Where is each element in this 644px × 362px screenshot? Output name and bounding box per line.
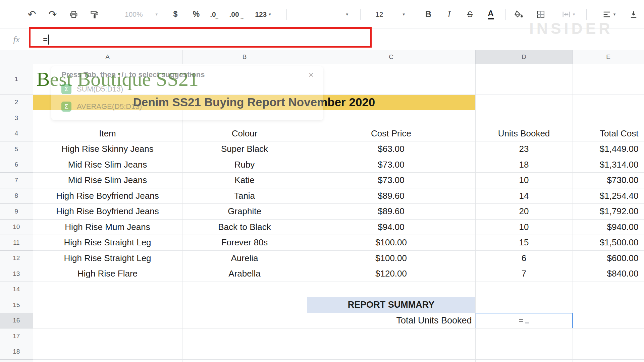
cell-B7[interactable]: Katie (182, 173, 307, 188)
cell-B16[interactable] (182, 313, 307, 328)
cell-D7[interactable]: 10 (475, 173, 573, 188)
cell-E10[interactable]: $940.00 (573, 219, 644, 235)
cell-D9[interactable]: 20 (475, 204, 573, 220)
redo-button[interactable]: ↷ (45, 5, 61, 24)
cell-E13[interactable]: $840.00 (573, 266, 644, 282)
font-size-select[interactable]: 12 ▾ (370, 5, 410, 24)
cell-A7[interactable]: Mid Rise Slim Jeans (33, 173, 182, 188)
column-header-d[interactable]: D (475, 50, 573, 64)
cell-B17[interactable] (182, 328, 307, 344)
cell-A9[interactable]: High Rise Boyfriend Jeans (33, 204, 182, 220)
cell-B13[interactable]: Arabella (182, 266, 307, 282)
cell-E8[interactable]: $1,254.40 (573, 188, 644, 204)
cell-C8[interactable]: $89.60 (307, 188, 475, 204)
row-header-18[interactable]: 18 (0, 344, 33, 360)
cell-C14[interactable] (307, 282, 475, 297)
cell-D3[interactable] (475, 110, 573, 126)
cell-A15[interactable] (33, 297, 182, 313)
cell-A5[interactable]: High Rise Skinny Jeans (33, 141, 182, 157)
cell-E3[interactable] (573, 110, 644, 126)
cell-D2[interactable] (475, 95, 573, 110)
cell-sheet-title[interactable]: Best Boutique SS21 (33, 64, 475, 95)
cell-B15[interactable] (182, 297, 307, 313)
print-button[interactable] (66, 5, 82, 24)
cell-D5[interactable]: 23 (475, 141, 573, 157)
row-header-6[interactable]: 6 (0, 157, 33, 173)
row-header-17[interactable]: 17 (0, 328, 33, 344)
cell-B8[interactable]: Tania (182, 188, 307, 204)
cell-C11[interactable]: $100.00 (307, 235, 475, 251)
cell-C10[interactable]: $94.00 (307, 219, 475, 235)
column-header-b[interactable]: B (182, 50, 307, 64)
strikethrough-button[interactable]: S (462, 5, 478, 24)
cell-C17[interactable] (307, 328, 475, 344)
cell-C19[interactable] (307, 360, 475, 362)
table-header-A[interactable]: Item (33, 126, 182, 141)
cell-D11[interactable]: 15 (475, 235, 573, 251)
cell-D8[interactable]: 14 (475, 188, 573, 204)
cell-B14[interactable] (182, 282, 307, 297)
cell-E5[interactable]: $1,449.00 (573, 141, 644, 157)
cell-B12[interactable]: Aurelia (182, 250, 307, 266)
cell-D6[interactable]: 18 (475, 157, 573, 173)
cell-report-banner[interactable]: Denim SS21 Buying Report November 2020 (33, 95, 475, 110)
cell-D17[interactable] (475, 328, 573, 344)
cell-B9[interactable]: Graphite (182, 204, 307, 220)
decrease-decimal-button[interactable]: .0 ← (207, 5, 223, 24)
cell-B11[interactable]: Forever 80s (182, 235, 307, 251)
cell-D15[interactable] (475, 297, 573, 313)
cell-D1[interactable] (475, 64, 573, 95)
increase-decimal-button[interactable]: .00 → (226, 5, 247, 24)
cell-C9[interactable]: $89.60 (307, 204, 475, 220)
cell-E11[interactable]: $1,500.00 (573, 235, 644, 251)
cell-A16[interactable] (33, 313, 182, 328)
select-all-corner[interactable] (0, 50, 33, 64)
zoom-select[interactable]: 100% ▾ (119, 5, 163, 24)
cell-B19[interactable] (182, 360, 307, 362)
cell-A12[interactable]: High Rise Straight Leg (33, 250, 182, 266)
cell-E9[interactable]: $1,792.00 (573, 204, 644, 220)
active-cell-D16[interactable]: = (475, 313, 573, 328)
cell-E16[interactable] (573, 313, 644, 328)
cell-B6[interactable]: Ruby (182, 157, 307, 173)
font-family-select[interactable]: ▾ (295, 5, 354, 24)
bold-button[interactable]: B (420, 5, 436, 24)
cell-B5[interactable]: Super Black (182, 141, 307, 157)
cell-A19[interactable] (33, 360, 182, 362)
cell-C7[interactable]: $73.00 (307, 173, 475, 188)
cell-E6[interactable]: $1,314.00 (573, 157, 644, 173)
row-header-7[interactable]: 7 (0, 173, 33, 188)
table-header-D[interactable]: Units Booked (475, 126, 573, 141)
cell-A14[interactable] (33, 282, 182, 297)
row-header-5[interactable]: 5 (0, 141, 33, 157)
cell-D18[interactable] (475, 344, 573, 360)
cell-C18[interactable] (307, 344, 475, 360)
row-header-9[interactable]: 9 (0, 204, 33, 220)
cell-C12[interactable]: $100.00 (307, 250, 475, 266)
cell-A11[interactable]: High Rise Straight Leg (33, 235, 182, 251)
cell-E19[interactable] (573, 360, 644, 362)
cell-D14[interactable] (475, 282, 573, 297)
cell-E14[interactable] (573, 282, 644, 297)
vertical-align-button[interactable] (626, 5, 642, 24)
format-percent-button[interactable]: % (188, 5, 204, 24)
row-header-3[interactable]: 3 (0, 110, 33, 126)
text-color-button[interactable]: A (483, 5, 499, 24)
column-header-e[interactable]: E (573, 50, 644, 64)
cell-total-units-label[interactable]: Total Units Booked (307, 313, 475, 328)
row-header-13[interactable]: 13 (0, 266, 33, 282)
cell-D19[interactable] (475, 360, 573, 362)
cell-B18[interactable] (182, 344, 307, 360)
row-header-14[interactable]: 14 (0, 282, 33, 297)
row-header-12[interactable]: 12 (0, 250, 33, 266)
cell-B10[interactable]: Back to Black (182, 219, 307, 235)
cell-A17[interactable] (33, 328, 182, 344)
cell-C6[interactable]: $73.00 (307, 157, 475, 173)
cell-E1[interactable] (573, 64, 644, 95)
column-header-a[interactable]: A (33, 50, 182, 64)
row-header-11[interactable]: 11 (0, 235, 33, 251)
row-header-8[interactable]: 8 (0, 188, 33, 204)
row-header-4[interactable]: 4 (0, 126, 33, 141)
paint-format-button[interactable] (87, 5, 103, 24)
cell-C5[interactable]: $63.00 (307, 141, 475, 157)
